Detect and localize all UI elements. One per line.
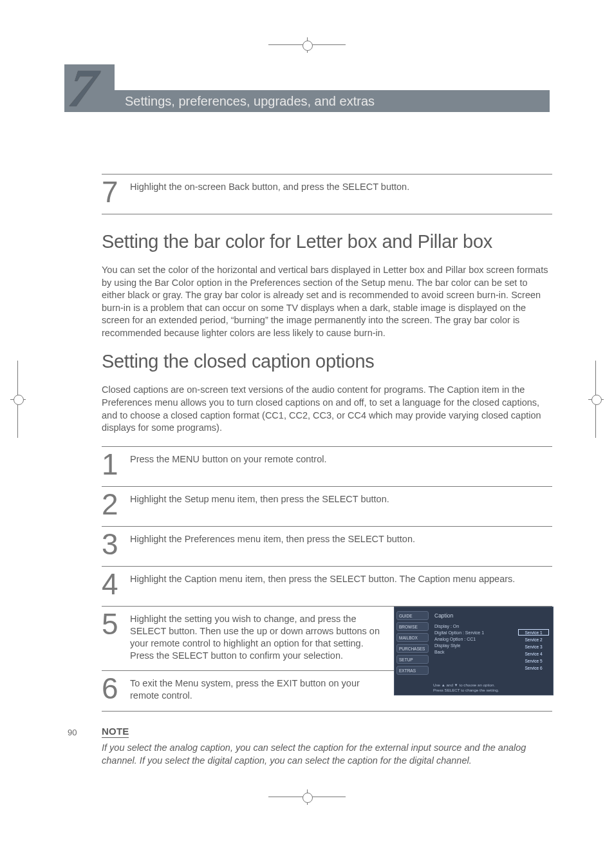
ui-hint-line: Use ▲ and ▼ to choose an option. (433, 683, 495, 687)
step-row: 1 Press the MENU button on your remote c… (102, 446, 552, 486)
ui-option: Service 2 (518, 637, 549, 643)
step-text: Highlight the Setup menu item, then pres… (130, 492, 389, 505)
step-text: Highlight the setting you wish to change… (130, 612, 381, 661)
ui-tab: SETUP (396, 655, 429, 664)
page-number: 90 (68, 728, 77, 737)
crop-mark-bottom (268, 791, 346, 804)
step-text: Highlight the Preferences menu item, the… (130, 532, 415, 545)
page-content: 7 Highlight the on-screen Back button, a… (102, 174, 552, 767)
step-number: 5 (102, 612, 124, 637)
step-row: 2 Highlight the Setup menu item, then pr… (102, 486, 552, 526)
ui-option: Service 4 (518, 651, 549, 657)
section-title: Setting the closed caption options (102, 351, 552, 372)
ui-row: Analog Option : CC1 (434, 637, 476, 641)
section-body: Closed captions are on-screen text versi… (102, 384, 552, 434)
ui-tab: BROWSE (396, 622, 429, 631)
step-number: 1 (102, 452, 124, 477)
ui-screenshot: GUIDE BROWSE MAILBOX PURCHASES SETUP EXT… (394, 607, 554, 695)
ui-row: Back (434, 650, 445, 654)
ui-option: Service 5 (518, 658, 549, 665)
chapter-number: 7 (65, 57, 101, 119)
step-row: 3 Highlight the Preferences menu item, t… (102, 526, 552, 566)
chapter-subtitle-bar: Settings, preferences, upgrades, and ext… (115, 90, 550, 112)
ui-row: Display : On (434, 624, 459, 628)
ui-option: Service 1 (518, 629, 549, 636)
crop-mark-top (268, 39, 346, 52)
step-text: To exit the Menu system, press the EXIT … (130, 676, 381, 702)
ui-tab: EXTRAS (396, 666, 429, 675)
section-body: You can set the color of the horizontal … (102, 264, 552, 339)
step-text: Highlight the Caption menu item, then pr… (130, 572, 515, 585)
step-row: 5 Highlight the setting you wish to chan… (102, 606, 552, 670)
ui-hint-line: Press SELECT to change the setting. (433, 688, 499, 692)
ui-row: Digital Option : Service 1 (434, 630, 484, 635)
ui-option: Service 3 (518, 644, 549, 650)
chapter-subtitle: Settings, preferences, upgrades, and ext… (125, 94, 375, 109)
chapter-box: 7 (64, 64, 115, 112)
ui-row: Display Style (434, 643, 460, 648)
ui-tab: GUIDE (396, 611, 429, 620)
step-row: 4 Highlight the Caption menu item, then … (102, 566, 552, 606)
step-number: 2 (102, 492, 124, 517)
note-label: NOTE (102, 726, 129, 738)
step-number: 4 (102, 572, 124, 597)
ui-hint: Use ▲ and ▼ to choose an option. Press S… (433, 683, 549, 692)
step-number: 3 (102, 532, 124, 557)
note-text: If you select the analog caption, you ca… (102, 742, 552, 767)
crop-mark-right (590, 361, 602, 438)
step-row: 7 Highlight the on-screen Back button, a… (102, 174, 552, 214)
ui-tab: MAILBOX (396, 633, 429, 642)
section-title: Setting the bar color for Letter box and… (102, 231, 552, 252)
crop-mark-left (12, 361, 24, 438)
step-number: 7 (102, 180, 124, 205)
ui-option: Service 6 (518, 665, 549, 672)
ui-tab: PURCHASES (396, 644, 429, 653)
ui-panel-title: Caption (434, 612, 453, 619)
step-number: 6 (102, 676, 124, 701)
step-text: Highlight the on-screen Back button, and… (130, 180, 409, 193)
step-text: Press the MENU button on your remote con… (130, 452, 326, 466)
